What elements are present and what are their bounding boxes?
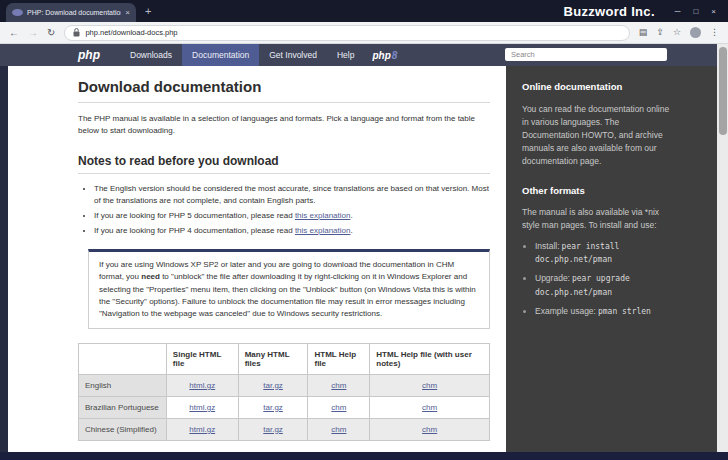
language-cell: Brazilian Portuguese: [79, 396, 167, 418]
download-link[interactable]: tar.gz: [263, 381, 283, 390]
browser-brand: Buzzword Inc.: [564, 4, 655, 19]
site-navbar: php Downloads Documentation Get Involved…: [0, 44, 728, 66]
php8-badge: php 8: [372, 44, 397, 66]
download-link[interactable]: html.gz: [189, 403, 215, 412]
taskbar-strip: [0, 452, 728, 460]
header-blank: [79, 343, 167, 374]
sidebar-text: You can read the documentation online in…: [522, 103, 675, 169]
close-button[interactable]: ×: [711, 7, 716, 16]
sidebar-command-list: Install:pear install doc.php.net/pman Up…: [522, 240, 675, 319]
back-icon[interactable]: ←: [9, 28, 19, 38]
download-link[interactable]: chm: [422, 381, 437, 390]
list-item: Upgrade:pear upgrade doc.php.net/pman: [535, 272, 675, 299]
language-cell: Chinese (Simplified): [79, 418, 167, 440]
maximize-button[interactable]: □: [693, 7, 698, 16]
nav-item-get-involved[interactable]: Get Involved: [259, 44, 327, 66]
download-link[interactable]: html.gz: [189, 381, 215, 390]
search-input[interactable]: [505, 48, 667, 61]
list-item: Install:pear install doc.php.net/pman: [535, 240, 675, 267]
browser-titlebar: PHP: Download documentation × + Buzzword…: [0, 0, 728, 22]
header-single-html: Single HTML file: [166, 343, 238, 374]
url-text: php.net/download-docs.php: [85, 28, 177, 37]
browser-window: PHP: Download documentation × + Buzzword…: [0, 0, 728, 460]
header-html-help-notes: HTML Help file (with user notes): [370, 343, 490, 374]
nav-item-help[interactable]: Help: [327, 44, 364, 66]
table-row: English html.gz tar.gz chm chm: [79, 374, 490, 396]
table-row: Chinese (Simplified) html.gz tar.gz chm …: [79, 418, 490, 440]
profile-avatar[interactable]: [690, 27, 701, 38]
menu-icon[interactable]: ⋮: [710, 28, 719, 37]
sidebar-heading-online-docs: Online documentation: [522, 80, 675, 95]
list-item: Example usage:pman strlen: [535, 305, 675, 318]
sidebar-text: The manual is also available via *nix st…: [522, 206, 675, 232]
tab-close-icon[interactable]: ×: [125, 8, 130, 17]
header-many-html: Many HTML files: [238, 343, 308, 374]
side-panel-icon[interactable]: ▤: [639, 28, 648, 37]
window-controls: ─ □ ×: [675, 7, 716, 16]
download-link[interactable]: chm: [331, 425, 346, 434]
nav-item-downloads[interactable]: Downloads: [120, 44, 182, 66]
note-item: If you are looking for PHP 5 documentati…: [94, 210, 490, 222]
reload-icon[interactable]: ↻: [47, 28, 55, 38]
table-row: Brazilian Portuguese html.gz tar.gz chm …: [79, 396, 490, 418]
new-tab-button[interactable]: +: [145, 6, 151, 17]
download-table: Single HTML file Many HTML files HTML He…: [78, 343, 490, 441]
note-item: The English version should be considered…: [94, 183, 490, 207]
php5-explanation-link[interactable]: this explanation: [295, 211, 351, 220]
download-link[interactable]: chm: [422, 403, 437, 412]
main-content: Download documentation The PHP manual is…: [8, 66, 506, 452]
minimize-button[interactable]: ─: [675, 7, 681, 16]
page-title: Download documentation: [78, 78, 490, 103]
php-logo[interactable]: php: [78, 49, 100, 61]
page-scrollbar[interactable]: [717, 44, 728, 452]
note-item: If you are looking for PHP 4 documentati…: [94, 225, 490, 237]
share-icon[interactable]: ⇪: [656, 28, 664, 37]
table-header-row: Single HTML file Many HTML files HTML He…: [79, 343, 490, 374]
browser-toolbar: ← → ↻ php.net/download-docs.php ▤ ⇪ ☆ ⋮: [0, 22, 728, 44]
nav-items: Downloads Documentation Get Involved Hel…: [120, 44, 364, 66]
download-link[interactable]: chm: [422, 425, 437, 434]
download-link[interactable]: chm: [331, 403, 346, 412]
nav-item-documentation[interactable]: Documentation: [182, 44, 259, 66]
sidebar-heading-other-formats: Other formats: [522, 184, 675, 199]
bookmark-star-icon[interactable]: ☆: [673, 28, 681, 37]
download-link[interactable]: html.gz: [189, 425, 215, 434]
download-link[interactable]: chm: [331, 381, 346, 390]
lock-icon: [73, 28, 80, 37]
language-cell: English: [79, 374, 167, 396]
header-html-help: HTML Help file: [308, 343, 370, 374]
intro-paragraph: The PHP manual is available in a selecti…: [78, 113, 490, 138]
scrollbar-thumb[interactable]: [719, 47, 727, 135]
notes-heading: Notes to read before you download: [78, 154, 490, 174]
chm-warning-box: If you are using Windows XP SP2 or later…: [88, 249, 490, 329]
browser-tab[interactable]: PHP: Download documentation ×: [6, 3, 136, 22]
tab-title: PHP: Download documentation: [27, 9, 121, 16]
php-favicon-icon: [12, 9, 23, 16]
address-bar[interactable]: php.net/download-docs.php: [64, 25, 629, 41]
download-link[interactable]: tar.gz: [263, 403, 283, 412]
toolbar-right-icons: ▤ ⇪ ☆ ⋮: [639, 27, 719, 38]
forward-icon[interactable]: →: [28, 28, 38, 38]
notes-list: The English version should be considered…: [78, 183, 490, 237]
download-link[interactable]: tar.gz: [263, 425, 283, 434]
php4-explanation-link[interactable]: this explanation: [295, 226, 351, 235]
right-sidebar: Online documentation You can read the do…: [506, 66, 717, 452]
